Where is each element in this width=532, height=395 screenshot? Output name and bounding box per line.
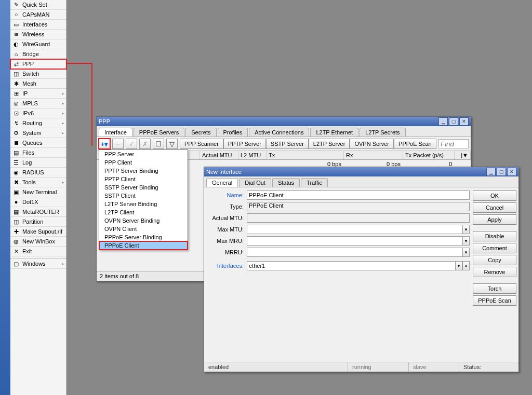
max-mtu-label: Max MTU: (206, 226, 247, 233)
enable-button[interactable]: ✓ (126, 139, 137, 149)
sidebar-item-interfaces[interactable]: ▭Interfaces (10, 20, 66, 30)
sidebar-item-routing[interactable]: ↯Routing▸ (10, 118, 66, 128)
maximize-icon[interactable]: ▢ (449, 117, 458, 126)
max-mru-dropdown-icon[interactable]: ▼ (463, 236, 470, 246)
column-header[interactable]: Tx Packet (p/s) (403, 151, 455, 159)
max-mtu-dropdown-icon[interactable]: ▼ (463, 225, 470, 234)
copy-button[interactable]: Copy (473, 255, 516, 265)
ppp-scanner-button[interactable]: PPP Scanner (180, 139, 223, 149)
column-header[interactable]: L2 MTU (238, 151, 267, 159)
sidebar-item-ppp[interactable]: ⇄PPP (10, 59, 66, 69)
sidebar-item-files[interactable]: ▤Files (10, 148, 66, 158)
pppoe-scan-button[interactable]: PPPoE Scan (394, 139, 436, 149)
l2tp-server-button[interactable]: L2TP Server (309, 139, 350, 149)
menu-item-l2tp-client[interactable]: L2TP Client (99, 208, 188, 216)
sidebar-item-bridge[interactable]: ⌂Bridge (10, 49, 66, 59)
pptp-server-button[interactable]: PPTP Server (223, 139, 266, 149)
menu-item-sstp-client[interactable]: SSTP Client (99, 192, 188, 200)
tab-general[interactable]: General (206, 178, 238, 187)
comment-button[interactable]: Comment (473, 243, 516, 253)
menu-item-l2tp-server-binding[interactable]: L2TP Server Binding (99, 200, 188, 208)
interfaces-updown-icon[interactable]: ♦ (462, 261, 470, 270)
column-header[interactable]: Rx (344, 151, 403, 159)
sidebar-item-switch[interactable]: ◫Switch (10, 69, 66, 79)
sidebar-item-log[interactable]: ☰Log (10, 158, 66, 168)
filter-button[interactable]: ▽ (166, 139, 178, 149)
sidebar-item-partition[interactable]: ◫Partition (10, 217, 66, 227)
remove-button[interactable]: − (112, 139, 124, 149)
column-header[interactable]: Tx (267, 151, 344, 159)
ovpn-server-button[interactable]: OVPN Server (350, 139, 394, 149)
add-type-menu: PPP ServerPPP ClientPPTP Server BindingP… (99, 149, 188, 250)
minimize-icon[interactable]: ▁ (438, 117, 448, 126)
max-mru-field[interactable] (247, 236, 463, 246)
sidebar-item-exit[interactable]: ✕Exit (10, 247, 66, 256)
tab-l2tp-secrets[interactable]: L2TP Secrets (360, 128, 405, 137)
cancel-button[interactable]: Cancel (473, 202, 516, 213)
sidebar-item-metarouter[interactable]: ▦MetaROUTER (10, 207, 66, 217)
column-header[interactable]: Actual MTU (200, 151, 238, 159)
maximize-icon[interactable]: ▢ (497, 168, 506, 176)
sidebar-item-mesh[interactable]: ✱Mesh (10, 79, 66, 89)
menu-item-ppp-server[interactable]: PPP Server (99, 150, 188, 158)
menu-item-pptp-client[interactable]: PPTP Client (99, 175, 188, 183)
add-button[interactable]: +▾ (99, 139, 110, 149)
menu-item-ovpn-client[interactable]: OVPN Client (99, 225, 188, 233)
menu-item-pppoe-server-binding[interactable]: PPPoE Server Binding (99, 233, 188, 241)
tab-secrets[interactable]: Secrets (185, 128, 216, 137)
tab-profiles[interactable]: Profiles (218, 128, 248, 137)
tab-traffic[interactable]: Traffic (301, 178, 328, 187)
tab-dial-out[interactable]: Dial Out (239, 178, 271, 187)
comment-button[interactable]: ☐ (153, 139, 164, 149)
column-menu-icon[interactable]: |▼ (455, 151, 471, 159)
close-icon[interactable]: ✕ (459, 117, 469, 126)
sidebar-item-label: Windows (22, 261, 46, 267)
tab-active-connections[interactable]: Active Connections (249, 128, 309, 137)
mrru-field[interactable] (247, 248, 463, 257)
menu-item-sstp-server-binding[interactable]: SSTP Server Binding (99, 183, 188, 192)
tab-l2tp-ethernet[interactable]: L2TP Ethernet (310, 128, 358, 137)
sidebar-item-ipv6[interactable]: ⊡IPv6▸ (10, 108, 66, 118)
interfaces-dropdown-icon[interactable]: ▾ (456, 261, 462, 270)
menu-icon: ◫ (12, 70, 20, 77)
tab-interface[interactable]: Interface (99, 128, 132, 137)
sidebar-item-system[interactable]: ⚙System▸ (10, 128, 66, 138)
sidebar-item-wireguard[interactable]: ◐WireGuard (10, 39, 66, 49)
pppoe-scan-button[interactable]: PPPoE Scan (473, 295, 516, 306)
menu-item-pptp-server-binding[interactable]: PPTP Server Binding (99, 167, 188, 175)
menu-item-ovpn-server-binding[interactable]: OVPN Server Binding (99, 216, 188, 225)
sidebar-item-dot1x[interactable]: ●Dot1X (10, 197, 66, 207)
sidebar-item-capsman[interactable]: ○CAPsMAN (10, 10, 66, 20)
sidebar-item-windows[interactable]: ▢Windows▸ (10, 259, 66, 269)
menu-item-ppp-client[interactable]: PPP Client (99, 158, 188, 167)
sidebar-item-ip[interactable]: ⊞IP▸ (10, 89, 66, 99)
sidebar-item-new-terminal[interactable]: ▣New Terminal (10, 187, 66, 197)
sidebar-item-radius[interactable]: ◉RADIUS (10, 168, 66, 178)
max-mtu-field[interactable] (247, 225, 463, 234)
sidebar-item-label: Exit (22, 248, 32, 254)
apply-button[interactable]: Apply (473, 214, 516, 225)
tab-status[interactable]: Status (272, 178, 300, 187)
sidebar-item-mpls[interactable]: ◎MPLS▸ (10, 99, 66, 108)
torch-button[interactable]: Torch (473, 283, 516, 294)
disable-button[interactable]: ✗ (139, 139, 151, 149)
sidebar-item-quick-set[interactable]: ✎Quick Set (10, 0, 66, 10)
sidebar-item-queues[interactable]: ≣Queues (10, 138, 66, 148)
sidebar-item-make-supout-rif[interactable]: ✚Make Supout.rif (10, 227, 66, 237)
find-input[interactable] (438, 139, 469, 148)
tab-pppoe-servers[interactable]: PPPoE Servers (134, 128, 184, 137)
close-icon[interactable]: ✕ (507, 168, 516, 176)
sidebar-item-wireless[interactable]: ≋Wireless (10, 30, 66, 39)
mrru-dropdown-icon[interactable]: ▼ (463, 248, 470, 257)
name-field[interactable] (247, 190, 470, 200)
minimize-icon[interactable]: ▁ (486, 168, 496, 176)
interfaces-field[interactable] (247, 261, 456, 270)
menu-item-pppoe-client[interactable]: PPPoE Client (99, 241, 188, 250)
sidebar-item-new-winbox[interactable]: ◍New WinBox (10, 237, 66, 247)
submenu-icon: ▸ (62, 261, 64, 266)
sstp-server-button[interactable]: SSTP Server (266, 139, 309, 149)
disable-button[interactable]: Disable (473, 231, 516, 241)
sidebar-item-tools[interactable]: ✖Tools▸ (10, 178, 66, 187)
ok-button[interactable]: OK (473, 190, 516, 201)
remove-button[interactable]: Remove (473, 267, 516, 277)
